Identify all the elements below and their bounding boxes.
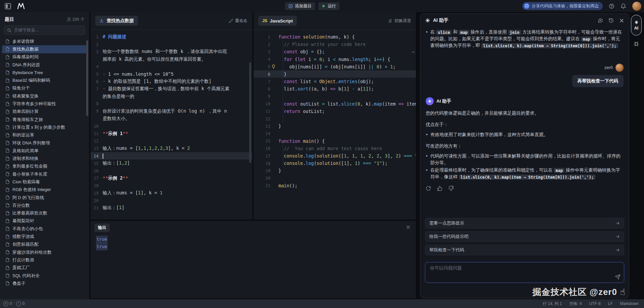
doc-line[interactable]: 14 [91, 152, 252, 160]
sidebar-item[interactable]: 进制求和转换 [2, 155, 87, 162]
close-ai-panel-icon[interactable] [619, 18, 624, 23]
code-line[interactable]: 2 // Please write your code here [254, 41, 416, 48]
doc-line[interactable]: 频率前 k 高的元素。你可以按任意顺序返回答案。 [91, 56, 252, 63]
code-line[interactable]: 8 list.sort((a, b) => b[1] - a[1]); [254, 85, 416, 93]
new-chat-icon[interactable] [598, 18, 603, 23]
output-tab[interactable]: 输出 [95, 224, 110, 232]
chat-input-box[interactable] [425, 262, 624, 283]
code-line[interactable]: 11 return outList; [254, 108, 416, 115]
doc-line[interactable]: 18 [91, 182, 252, 189]
sidebar-item[interactable]: 病毒感染时间 [2, 53, 87, 61]
sidebar-item[interactable]: 暴雨梨花针 [2, 217, 87, 225]
encoding[interactable]: UTF-8 [589, 301, 601, 306]
doc-line[interactable]: 的集合是唯一的 [91, 93, 252, 100]
doc-line[interactable]: 21输出：[1] [91, 204, 252, 211]
sidebar-item[interactable]: 环状 DNA 序列整理 [2, 139, 87, 147]
sidebar-item[interactable]: 叠盘子 [2, 280, 87, 287]
history-icon[interactable] [608, 18, 614, 23]
warning-count[interactable]: !0 [16, 301, 25, 306]
code-editor[interactable]: 1function solution(nums, k) {2 // Please… [254, 30, 416, 189]
doc-line[interactable]: 8 [91, 100, 252, 108]
thumbs-down-icon[interactable] [448, 186, 454, 191]
code-line[interactable]: 3 const obj = {}; [254, 48, 416, 55]
sidebar-scrollbar[interactable] [86, 40, 88, 116]
close-output-icon[interactable] [406, 225, 411, 230]
switch-language-button[interactable]: 切换语言 [388, 18, 411, 24]
cursor-position[interactable]: 行 14, 列 1 [543, 301, 562, 307]
sidebar-item[interactable]: 猫鱼分干 [2, 84, 87, 92]
search-input[interactable] [13, 27, 82, 33]
language-tab[interactable]: JS JavaScript [258, 16, 297, 26]
code-line[interactable]: 18 console.log(solution([1], 1) === "1")… [254, 160, 416, 167]
code-line[interactable]: 9 [254, 93, 416, 100]
sidebar-item[interactable]: 查找热点数据 [2, 45, 87, 53]
rename-button[interactable]: 重命名 [229, 18, 248, 24]
code-line[interactable]: 1function solution(nums, k) { [254, 33, 416, 41]
share-campaign-button[interactable]: 分享代码练习体验，领限量定制周边 [522, 2, 603, 10]
sidebar-item[interactable]: 比赛最高获胜次数 [2, 209, 87, 217]
regenerate-icon[interactable] [426, 186, 431, 191]
code-line[interactable]: 15function main() { [254, 137, 416, 145]
sidebar-item[interactable]: DNA 序列还原 [2, 61, 87, 69]
doc-line[interactable]: 17**示例 2** [91, 175, 252, 182]
sidebar-item[interactable]: 蛋糕工厂 [2, 264, 87, 272]
doc-line[interactable]: 是数组大小。 [91, 115, 252, 122]
send-icon[interactable] [615, 274, 621, 280]
add-problem-button[interactable]: 添加题目 [285, 2, 315, 10]
sidebar-item[interactable]: 多米诺骨牌 [2, 38, 87, 45]
doc-line[interactable]: 1# 问题描述 [91, 33, 252, 41]
sidebar-item[interactable]: SQL 代码补全 [2, 272, 87, 280]
code-line[interactable]: 5 obj[nums[i]] = (obj[nums[i]] || 0) + 1… [254, 63, 416, 70]
code-line[interactable]: 17 console.log(solution([1, 1, 1, 2, 2, … [254, 152, 416, 160]
lightbulb-icon[interactable] [271, 64, 276, 69]
sidebar-item[interactable]: Base32 编码和解码 [2, 76, 87, 84]
indent-setting[interactable]: 空格: 4 [569, 301, 582, 307]
language-mode[interactable]: Markdown [620, 301, 639, 306]
code-line[interactable]: 14 [254, 130, 416, 137]
doc-line[interactable]: 19输入：nums = [1], k = 1 [91, 189, 252, 197]
code-line[interactable]: 13} [254, 122, 416, 130]
code-line[interactable]: 16 // You can add more test cases here [254, 145, 416, 152]
code-line[interactable]: 19} [254, 167, 416, 174]
code-line[interactable]: 7 const list = Object.entries(obj); [254, 78, 416, 85]
doc-line[interactable]: 20 [91, 197, 252, 204]
sidebar-item[interactable]: 打点计数器 [2, 256, 87, 264]
sidebar-item[interactable]: Cion 勒索病毒 [2, 178, 87, 186]
user-avatar[interactable] [632, 2, 641, 11]
sidebar-item[interactable]: 和的逆运算 [2, 131, 87, 139]
code-line[interactable]: 12 [254, 115, 416, 122]
sidebar-item[interactable]: 计算位置 x 到 y 的最少步数 [2, 123, 87, 131]
suggested-prompt[interactable]: 帮我检查一下代码 [425, 245, 624, 255]
doc-line[interactable]: 11**示例 1** [91, 130, 252, 137]
doc-line[interactable]: 2 [91, 41, 252, 48]
ai-assistant-toggle[interactable]: AI [631, 15, 642, 36]
sidebar-item[interactable]: Bytedance Tree [2, 69, 87, 76]
code-line[interactable]: 4 for (let i = 0; i < nums.length; i++) … [254, 56, 416, 63]
doc-line[interactable]: 6- k 的取值范围是 [1, 数组中不相同的元素的个数] [91, 78, 252, 85]
doc-line[interactable]: 7- 题目数据保证答案唯一，换句话说，数组中前 k 个高频元素 [91, 85, 252, 93]
sidebar-item[interactable]: 拿到最多红包金额 [2, 163, 87, 170]
doc-line[interactable]: 13输入：nums = [1,1,1,2,2,3], k = 2 [91, 145, 252, 152]
doc-line[interactable]: 10 [91, 122, 252, 130]
bug-report-icon[interactable] [633, 41, 639, 47]
search-box[interactable] [4, 25, 85, 35]
suggested-prompt[interactable]: 需要一点思路提示 [425, 218, 624, 229]
problem-tab[interactable]: 查找热点数据 [95, 16, 138, 26]
sidebar-item[interactable]: 字符串有多少种可能性 [2, 100, 87, 108]
problem-scrollbar[interactable] [249, 62, 251, 163]
doc-line[interactable]: 5- 1 <= nums.length <= 10^5 [91, 70, 252, 78]
thumbs-up-icon[interactable] [437, 186, 442, 191]
run-button[interactable]: 运行 [318, 2, 339, 10]
sidebar-toggle-button[interactable] [3, 2, 12, 10]
doc-line[interactable]: 12 [91, 137, 252, 145]
sidebar-item[interactable]: 不再贪心的小包 [2, 225, 87, 233]
sidebar-item[interactable]: 简单四则计算 [2, 108, 87, 116]
doc-line[interactable]: 4 [91, 63, 252, 70]
problem-editor[interactable]: 1# 问题描述23给你一个整数数组 nums 和一个整数 k ，请你返回其中出现… [91, 30, 252, 212]
chat-input[interactable] [429, 265, 610, 271]
editor-scrollbar[interactable] [412, 52, 415, 53]
help-icon[interactable] [609, 3, 614, 9]
error-count[interactable]: ✕0 [3, 301, 12, 306]
doc-line[interactable]: 16 [91, 167, 252, 174]
sidebar-item[interactable]: 创意标题匹配 [2, 241, 87, 248]
